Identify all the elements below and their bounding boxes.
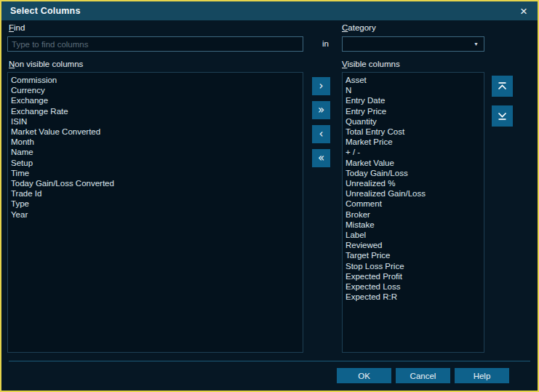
non-visible-columns-list[interactable]: CommissionCurrencyExchangeExchange RateI…: [7, 72, 303, 353]
in-label: in: [322, 39, 329, 48]
cancel-button[interactable]: Cancel: [396, 368, 450, 383]
list-item[interactable]: N: [343, 85, 484, 95]
list-item[interactable]: Type: [8, 199, 303, 209]
list-item[interactable]: Target Price: [343, 250, 484, 260]
list-item[interactable]: Asset: [343, 75, 484, 85]
list-item[interactable]: ISIN: [8, 116, 303, 127]
list-item[interactable]: Quantity: [343, 116, 484, 127]
chevron-left-icon: ‹: [319, 129, 324, 140]
list-item[interactable]: Market Value: [343, 158, 484, 168]
list-item[interactable]: Reviewed: [343, 240, 484, 250]
list-item[interactable]: Commission: [8, 75, 303, 85]
move-to-bottom-button[interactable]: [492, 105, 513, 127]
list-item[interactable]: Setup: [8, 158, 303, 168]
close-icon: ×: [520, 5, 527, 17]
list-item[interactable]: + / -: [343, 147, 484, 157]
move-to-bottom-icon: [497, 111, 508, 121]
list-item[interactable]: Entry Date: [343, 95, 484, 105]
list-item[interactable]: Year: [8, 209, 303, 220]
select-columns-dialog: Select Columns × Find in Category ▼ Non …: [0, 0, 539, 392]
list-item[interactable]: Comment: [343, 199, 484, 209]
find-label: Find: [9, 23, 25, 32]
dialog-title: Select Columns: [1, 6, 81, 16]
list-item[interactable]: Name: [8, 147, 303, 157]
move-to-top-icon: [497, 81, 508, 92]
list-item[interactable]: Stop Loss Price: [343, 261, 484, 271]
category-select[interactable]: ▼: [342, 36, 484, 52]
list-item[interactable]: Unrealized Gain/Loss: [343, 188, 484, 199]
list-item[interactable]: Expected Loss: [343, 281, 484, 292]
list-item[interactable]: Currency: [8, 85, 303, 95]
list-item[interactable]: Entry Price: [343, 106, 484, 116]
visible-columns-list[interactable]: AssetNEntry DateEntry PriceQuantityTotal…: [342, 72, 484, 353]
list-item[interactable]: Exchange: [8, 95, 303, 105]
find-input[interactable]: [7, 36, 303, 52]
chevron-down-icon: ▼: [474, 41, 484, 47]
list-item[interactable]: Unrealized %: [343, 178, 484, 188]
titlebar: Select Columns ×: [1, 1, 538, 20]
non-visible-columns-label: Non visible columns: [9, 60, 83, 68]
ok-button[interactable]: OK: [337, 368, 391, 383]
list-item[interactable]: Time: [8, 168, 303, 178]
list-item[interactable]: Exchange Rate: [8, 106, 303, 116]
footer-separator: [9, 361, 530, 361]
move-all-left-button[interactable]: «: [312, 149, 330, 167]
move-all-right-button[interactable]: »: [312, 101, 330, 119]
list-item[interactable]: Month: [8, 137, 303, 147]
visible-columns-label: Visible columns: [342, 60, 400, 68]
list-item[interactable]: Broker: [343, 209, 484, 220]
list-item[interactable]: Expected R:R: [343, 292, 484, 302]
list-item[interactable]: Expected Profit: [343, 271, 484, 281]
list-item[interactable]: Trade Id: [8, 188, 303, 199]
help-button[interactable]: Help: [455, 368, 509, 383]
move-right-button[interactable]: ›: [312, 77, 330, 95]
close-button[interactable]: ×: [514, 1, 533, 20]
list-item[interactable]: Label: [343, 230, 484, 240]
list-item[interactable]: Today Gain/Loss Converted: [8, 178, 303, 188]
move-to-top-button[interactable]: [492, 76, 513, 97]
list-item[interactable]: Today Gain/Loss: [343, 168, 484, 178]
double-chevron-right-icon: »: [318, 105, 324, 116]
category-label: Category: [342, 23, 376, 32]
list-item[interactable]: Mistake: [343, 220, 484, 230]
list-item[interactable]: Total Entry Cost: [343, 127, 484, 137]
chevron-right-icon: ›: [319, 81, 324, 92]
list-item[interactable]: Market Value Converted: [8, 127, 303, 137]
move-left-button[interactable]: ‹: [312, 125, 330, 143]
double-chevron-left-icon: «: [318, 153, 324, 164]
list-item[interactable]: Market Price: [343, 137, 484, 147]
